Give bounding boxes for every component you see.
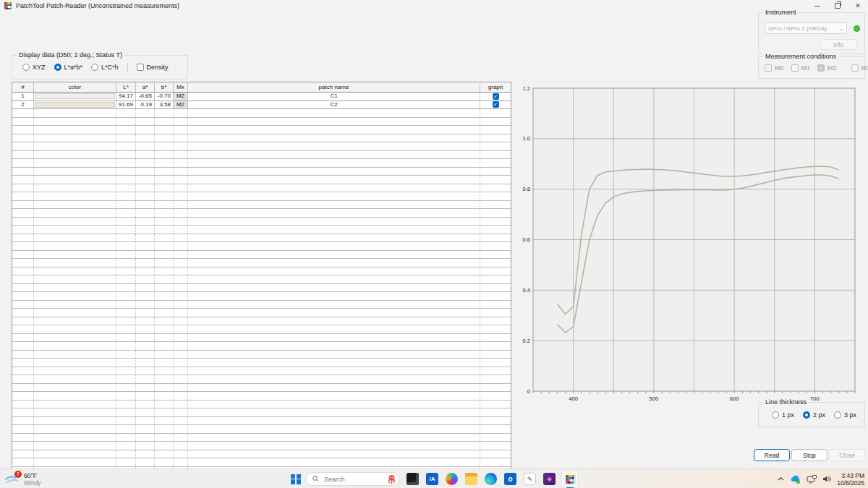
close-window-button[interactable]: ✕ xyxy=(848,0,868,12)
volume-icon[interactable] xyxy=(822,475,831,483)
radio-control-icon[interactable] xyxy=(772,411,779,419)
svg-text:0.6: 0.6 xyxy=(523,236,530,243)
restore-button[interactable] xyxy=(827,0,848,12)
notification-badge: 7 xyxy=(14,471,22,478)
app-icon-purple[interactable]: ◆ xyxy=(542,471,557,487)
search-box[interactable] xyxy=(306,472,400,486)
close-button: Close xyxy=(829,449,865,461)
radio-3-px[interactable]: 3 px xyxy=(834,411,856,419)
checkbox-m2: M2 xyxy=(817,64,837,72)
column-header: graph xyxy=(480,82,511,92)
empty-table-row xyxy=(12,159,511,168)
radio-control-icon[interactable] xyxy=(834,411,841,419)
read-button[interactable]: Read xyxy=(754,449,790,461)
checkbox-density[interactable]: Density xyxy=(137,64,169,71)
minimize-button[interactable] xyxy=(807,0,827,12)
empty-table-row xyxy=(12,267,511,276)
option-label: M0 xyxy=(775,64,784,72)
search-input[interactable] xyxy=(323,475,383,484)
check-control-icon xyxy=(791,64,799,72)
table-row[interactable]: 291.690.193.58M2C2 xyxy=(12,101,511,110)
edge-icon[interactable] xyxy=(483,471,498,487)
instrument-select: i1Pro / i1Pro 2 (XRGA) ⌄ xyxy=(765,22,847,34)
app-icon xyxy=(4,2,12,9)
radio-l-c-h[interactable]: L*C*h xyxy=(91,64,119,71)
empty-table-row xyxy=(12,151,511,160)
window-title: PatchTool Patch-Reader (Unconstrained me… xyxy=(16,0,179,12)
taskbar: 7 60°F Windy /Ao✎◆ xyxy=(0,468,868,488)
notepad-icon[interactable]: ✎ xyxy=(522,471,537,487)
patchtool-taskbar-icon-glyph xyxy=(563,473,576,485)
checkbox-m1: M1 xyxy=(791,64,811,72)
radio-xyz[interactable]: XYZ xyxy=(22,64,46,71)
radio-control-icon[interactable] xyxy=(54,64,61,71)
stop-button[interactable]: Stop xyxy=(791,449,827,461)
empty-table-row xyxy=(12,342,511,351)
line-thickness-group: Line thickness 1 px2 px3 px xyxy=(758,402,865,427)
svg-text:0.4: 0.4 xyxy=(523,287,530,294)
empty-table-row xyxy=(12,176,511,184)
radio-control-icon[interactable] xyxy=(91,64,98,71)
empty-table-row xyxy=(12,184,511,193)
option-label: M2 xyxy=(827,64,837,72)
radio-1-px[interactable]: 1 px xyxy=(772,411,794,419)
empty-table-row xyxy=(12,168,511,176)
empty-table-row xyxy=(12,284,511,293)
option-label: L*a*b* xyxy=(64,64,83,71)
svg-text:0.2: 0.2 xyxy=(523,338,530,344)
empty-table-row xyxy=(12,425,511,434)
weather-widget[interactable]: 7 60°F Windy xyxy=(4,469,41,488)
onedrive-icon[interactable] xyxy=(790,475,801,484)
empty-table-row xyxy=(12,201,511,210)
app-icon-blue-slash-a[interactable]: /A xyxy=(425,471,440,487)
copilot-icon[interactable] xyxy=(444,471,459,487)
clock-date: 10/8/2025 xyxy=(837,479,864,487)
chevron-down-icon: ⌄ xyxy=(838,25,843,32)
option-label: L*C*h xyxy=(101,64,119,71)
option-label: 2 px xyxy=(813,411,825,419)
app-icon-dark[interactable] xyxy=(405,471,420,487)
checkbox-m0: M0 xyxy=(765,64,784,72)
cell-mx: M2 xyxy=(174,93,188,100)
column-header: color xyxy=(34,82,116,92)
column-header: Mx xyxy=(174,82,188,92)
empty-table-row xyxy=(12,218,511,226)
cell-num: 1 xyxy=(12,93,34,100)
patchtool-taskbar-icon[interactable] xyxy=(561,471,578,487)
edge-icon-glyph xyxy=(485,473,497,485)
empty-table-row xyxy=(12,317,511,326)
radio-control-icon[interactable] xyxy=(22,64,30,71)
outlook-icon[interactable]: o xyxy=(503,471,518,487)
empty-table-row xyxy=(12,242,511,251)
check-control-icon xyxy=(851,64,859,72)
cell-name: C1 xyxy=(188,93,480,100)
checkbox-control-icon[interactable] xyxy=(137,64,144,71)
svg-text:1.0: 1.0 xyxy=(523,135,530,142)
radio-control-icon[interactable] xyxy=(803,411,810,419)
graph-checkbox[interactable] xyxy=(493,93,499,100)
empty-table-row xyxy=(12,417,511,426)
radio-2-px[interactable]: 2 px xyxy=(803,411,825,419)
taskbar-center: /Ao✎◆ xyxy=(291,469,578,488)
option-label: Density xyxy=(147,64,169,71)
tray-chevron-up-icon[interactable] xyxy=(778,476,784,481)
empty-table-row xyxy=(12,458,511,467)
taskbar-clock[interactable]: 3:43 PM 10/8/2025 xyxy=(837,472,864,487)
checkbox-m3: M3 xyxy=(851,64,868,72)
app-icon-dark-glyph xyxy=(407,473,419,485)
empty-table-row xyxy=(12,392,511,401)
check-control-icon xyxy=(765,64,772,72)
file-explorer-icon[interactable] xyxy=(464,471,479,487)
empty-table-row xyxy=(12,401,511,409)
start-button[interactable] xyxy=(291,474,301,484)
cell-b: -0.70 xyxy=(155,93,174,100)
search-icon xyxy=(312,476,319,482)
measurement-conditions-group: Measurement conditions M0M1M2M3 xyxy=(758,56,865,79)
empty-table-row xyxy=(12,226,511,234)
column-header: patch name xyxy=(188,82,480,92)
empty-table-row xyxy=(12,367,511,376)
table-row[interactable]: 194.17-0.65-0.70M2C1 xyxy=(12,93,511,101)
network-display-icon[interactable] xyxy=(807,475,817,484)
graph-checkbox[interactable] xyxy=(493,101,499,108)
radio-l-a-b-[interactable]: L*a*b* xyxy=(54,64,83,71)
